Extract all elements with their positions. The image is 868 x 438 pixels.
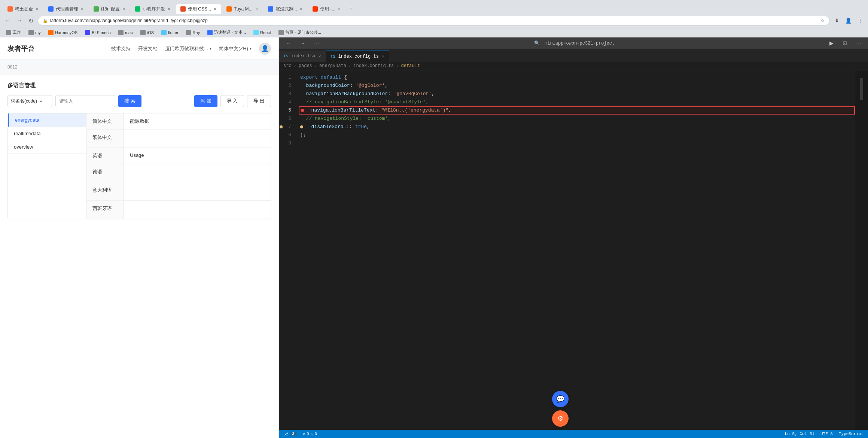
bookmark-ios[interactable]: iOS <box>137 29 157 36</box>
tab-close-6[interactable]: ✕ <box>255 7 258 12</box>
key-row-overview[interactable]: overview <box>8 140 86 154</box>
tab-close-tsx[interactable]: ✕ <box>319 54 321 59</box>
bookmark-ray[interactable]: Ray <box>183 29 203 36</box>
tab-close-5[interactable]: ✕ <box>213 7 217 12</box>
new-tab-button[interactable]: + <box>346 3 356 13</box>
breadcrumb-symbol[interactable]: default <box>401 63 420 69</box>
lang-value-de[interactable] <box>124 164 271 182</box>
lang-row-de: 德语 <box>86 164 271 182</box>
status-branch[interactable]: ⎇ 3 <box>283 432 297 437</box>
vscode-statusbar: ⎇ 3 ✕ 0 ⚠ 0 Ln 5, Col 51 UTF-8 TypeScrip… <box>279 430 868 438</box>
bookmark-translate[interactable]: 迅速翻译 - 文本... <box>204 29 249 36</box>
vscode-split-button[interactable]: ⊡ <box>840 39 850 48</box>
browser-content: 发者平台 技术支持 开发文档 厦门欧万物联科技... ▾ 简体中文(ZH) ▾ … <box>0 37 279 438</box>
line-num-1: 1 <box>279 73 296 82</box>
bookmark-react[interactable]: React <box>250 29 274 36</box>
import-button[interactable]: 导 入 <box>220 95 244 107</box>
vscode-tab-index-tsx[interactable]: TS index.tsx ✕ <box>279 51 326 62</box>
i18n-table: energydata realtimedata overview 简体中文 能源… <box>7 113 271 219</box>
tab-label-7: 沉浸式翻... <box>275 6 297 12</box>
browser-tab-8[interactable]: 使用 -... ✕ <box>308 4 345 14</box>
bookmark-work[interactable]: 工作 <box>3 29 24 36</box>
company-selector[interactable]: 厦门欧万物联科技... ▾ <box>165 45 211 52</box>
vscode-menu-button[interactable]: ⋯ <box>311 39 322 48</box>
token-navbg-prop: navigationBarBackgroundColor <box>300 90 388 98</box>
key-row-energydata[interactable]: energydata <box>8 113 86 127</box>
bookmark-govt[interactable]: 首页 - 厦门市公共... <box>275 29 324 36</box>
tab-close-7[interactable]: ✕ <box>299 7 303 12</box>
dev-docs-link[interactable]: 开发文档 <box>138 45 158 52</box>
breadcrumb-pages[interactable]: pages <box>299 63 312 69</box>
breadcrumb-energydata[interactable]: energyData <box>319 63 346 69</box>
tab-close-1[interactable]: ✕ <box>35 7 39 12</box>
tab-close-3[interactable]: ✕ <box>122 7 125 12</box>
forward-button[interactable]: → <box>15 16 24 25</box>
token-navtitle-val: "@I18n.t('energydata')" <box>381 106 448 115</box>
breadcrumb-file[interactable]: index.config.ts <box>353 63 394 69</box>
browser-tab-2[interactable]: 代理商管理 ✕ <box>44 4 88 14</box>
line-num-8: 8 <box>279 131 296 139</box>
tab-close-8[interactable]: ✕ <box>338 7 341 12</box>
status-language[interactable]: TypeScript <box>839 432 864 436</box>
tab-close-4[interactable]: ✕ <box>167 7 171 12</box>
export-button[interactable]: 导 出 <box>247 95 271 107</box>
vscode-back-button[interactable]: ← <box>283 39 294 48</box>
reload-button[interactable]: ↻ <box>27 16 35 26</box>
tech-support-link[interactable]: 技术支持 <box>111 45 131 52</box>
bookmark-ble[interactable]: BLE mesh <box>82 29 114 36</box>
lang-value-zh-hans[interactable]: 能源数据 <box>124 113 271 129</box>
bookmark-mac[interactable]: mac <box>115 29 136 36</box>
star-icon[interactable]: ☆ <box>821 18 825 23</box>
tab-favicon-4 <box>135 6 140 12</box>
breadcrumb-src[interactable]: src <box>283 63 292 69</box>
search-input[interactable] <box>55 95 115 107</box>
lang-value-es[interactable] <box>124 201 271 219</box>
lang-value-it[interactable] <box>124 182 271 200</box>
back-button[interactable]: ← <box>3 16 12 25</box>
url-bar[interactable]: 🔒 latform.tuya.com/miniapp/languageManag… <box>38 16 829 25</box>
tab-close-config[interactable]: ✕ <box>382 54 384 59</box>
line-num-2: 2 <box>279 82 296 90</box>
tab-close-2[interactable]: ✕ <box>80 7 84 12</box>
vscode-more-button[interactable]: ⋯ <box>853 39 864 48</box>
lang-value-en[interactable]: Usage <box>124 148 271 164</box>
bookmark-flutter[interactable]: flutter <box>158 29 182 36</box>
chat-float-button[interactable]: 💬 <box>552 391 569 407</box>
download-button[interactable]: ⬇ <box>832 16 841 25</box>
vscode-run-button[interactable]: ▶ <box>826 39 837 48</box>
vscode-window-title: 🔍 miniapp-owon-pc321-project <box>325 40 823 46</box>
language-selector[interactable]: 简体中文(ZH) ▾ <box>219 45 252 52</box>
browser-tab-5[interactable]: 使用 CSS... ✕ <box>176 4 221 14</box>
menu-button[interactable]: ⋮ <box>855 16 865 25</box>
profile-button[interactable]: 👤 <box>843 16 854 25</box>
other-float-button[interactable]: ⚙ <box>552 410 569 427</box>
tab-label-config: index.config.ts <box>338 54 379 59</box>
branch-number: 3 <box>290 432 297 436</box>
add-button[interactable]: 添 加 <box>194 95 217 107</box>
vscode-titlebar: ← → ⋯ 🔍 miniapp-owon-pc321-project ▶ ⊡ ⋯ <box>279 37 868 49</box>
bookmark-icon-mac <box>118 30 124 35</box>
browser-tab-3[interactable]: i18n 配置 ✕ <box>89 4 130 14</box>
vscode-tab-index-config[interactable]: TS index.config.ts ✕ <box>326 51 389 62</box>
browser-tab-4[interactable]: 小程序开发 ✕ <box>131 4 175 14</box>
user-avatar[interactable]: 👤 <box>259 43 271 55</box>
key-row-realtimedata[interactable]: realtimedata <box>8 127 86 140</box>
bookmark-my[interactable]: my <box>25 29 44 36</box>
browser-tab-1[interactable]: 稀土掘金 ✕ <box>3 4 43 14</box>
bookmark-harmony[interactable]: HarmonyOS <box>45 29 81 36</box>
field-selector[interactable]: 词条名(code) ▾ <box>7 95 52 107</box>
code-content[interactable]: export default { backgroundColor: '@bgCo… <box>296 70 855 430</box>
search-button[interactable]: 搜 索 <box>118 95 141 107</box>
token-comma7: , <box>367 123 370 131</box>
tab-favicon-7 <box>268 6 273 12</box>
tab-icon-config: TS <box>331 54 335 59</box>
status-encoding[interactable]: UTF-8 <box>820 432 833 436</box>
lang-value-zh-hant[interactable] <box>124 130 271 147</box>
status-line-col[interactable]: Ln 5, Col 51 <box>785 432 814 436</box>
line-num-3: 3 <box>279 90 296 98</box>
status-errors[interactable]: ✕ 0 ⚠ 0 <box>303 432 317 437</box>
vscode-forward-button[interactable]: → <box>297 39 308 48</box>
browser-tab-6[interactable]: Tuya M... ✕ <box>222 4 263 14</box>
code-editor: 1 2 3 4 5 6 7 8 9 export default { <box>279 70 868 430</box>
browser-tab-7[interactable]: 沉浸式翻... ✕ <box>264 4 307 14</box>
